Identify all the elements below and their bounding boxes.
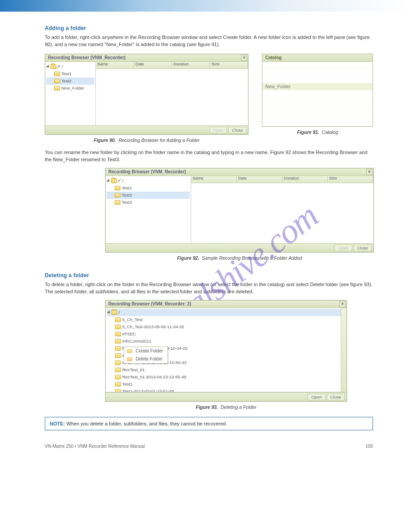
open-button[interactable]: Open xyxy=(210,127,227,133)
note-text: When you delete a folder, subfolders, an… xyxy=(66,421,227,426)
tree-item[interactable]: Test1 xyxy=(107,184,190,192)
folder-icon xyxy=(115,332,121,336)
catalog-row[interactable] xyxy=(262,112,372,119)
tree-item[interactable]: Test2 xyxy=(46,77,94,85)
close-icon[interactable]: × xyxy=(366,169,372,175)
list-header: Name Date Duration Size xyxy=(191,176,373,183)
close-button[interactable]: Close xyxy=(228,127,246,133)
folder-icon xyxy=(115,389,121,392)
catalog-row[interactable] xyxy=(262,90,372,98)
folder-icon xyxy=(115,339,121,343)
recording-browser-window: Recording Browser (VNM_Recorder: 2) × / … xyxy=(105,300,347,402)
folder-icon xyxy=(115,325,121,329)
tree-item[interactable]: IITSEC xyxy=(107,330,345,338)
ctx-delete-folder[interactable]: Delete Folder xyxy=(124,355,167,363)
disclosure-icon xyxy=(46,64,50,69)
tree-item[interactable]: Test3 xyxy=(107,199,190,206)
folder-icon xyxy=(115,382,121,386)
window-title: Recording Browser (VNM_Recorder) xyxy=(48,55,125,60)
catalog-row[interactable] xyxy=(262,98,372,105)
folder-icon xyxy=(115,186,120,190)
window-titlebar: Recording Browser (VNM_Recorder) × xyxy=(45,54,248,62)
note-box: NOTE: When you delete a folder, subfolde… xyxy=(45,417,373,430)
close-icon[interactable]: × xyxy=(339,301,346,307)
tree-item[interactable]: Test1 xyxy=(107,381,345,388)
section-title-add: Adding a folder xyxy=(45,25,373,31)
window-titlebar: Recording Browser (VNM_Recorder: 2) × xyxy=(106,300,347,308)
folder-icon xyxy=(115,368,121,372)
tree-pane-full: / 5_Ch_Test 5_Ch_Test-2013-05-06-11-34-3… xyxy=(106,308,347,392)
folder-icon xyxy=(115,200,120,205)
list-pane: Name Date Duration Size xyxy=(191,176,373,243)
tree-item[interactable]: New_Folder xyxy=(46,85,94,92)
figure-caption: Figure 93. Deleting a Folder xyxy=(105,404,347,410)
catalog-row[interactable]: New_Folder xyxy=(262,83,372,90)
disclosure-icon xyxy=(107,179,111,183)
list-header: Name Date Duration Size xyxy=(96,62,248,69)
window-footer: Open Close xyxy=(106,392,347,401)
tree-item[interactable]: Test1-2013-03-01-15-51-58 xyxy=(107,388,345,392)
tree-pane: / Test1 Test2 Test3 xyxy=(106,176,191,243)
pencil-icon xyxy=(118,180,121,182)
folder-plus-icon xyxy=(127,349,132,353)
catalog-row[interactable] xyxy=(262,105,372,112)
figure-caption: Figure 90. Recording Browser for Adding … xyxy=(45,137,248,143)
tree-item[interactable]: InfoComm2011 xyxy=(107,338,345,345)
close-button[interactable]: Close xyxy=(327,394,345,400)
catalog-row[interactable] xyxy=(262,69,372,76)
tree-item[interactable]: 5_Ch_Test xyxy=(107,316,345,323)
folder-icon xyxy=(51,64,56,69)
tree-item[interactable]: RecTest_01 xyxy=(107,366,345,373)
folder-icon xyxy=(111,310,117,315)
close-button[interactable]: Close xyxy=(354,245,372,251)
para-rename: You can rename the new folder by clickin… xyxy=(45,149,373,163)
window-title: Recording Browser (VNM_Recorder) xyxy=(108,169,186,174)
catalog-panel: Catalog New_Folder xyxy=(262,54,373,127)
scrollbar[interactable] xyxy=(341,308,347,392)
tree-root[interactable]: / xyxy=(107,177,190,184)
folder-icon xyxy=(115,375,121,379)
window-footer: Open Close xyxy=(106,243,373,252)
tree-item[interactable]: RecTest_01-2013-04-23-13-55-49 xyxy=(107,373,345,381)
folder-icon xyxy=(115,317,121,322)
note-label: NOTE: xyxy=(50,421,65,426)
pencil-icon xyxy=(57,65,60,68)
footer-page: 106 xyxy=(365,444,373,449)
catalog-row[interactable] xyxy=(262,76,372,83)
tree-item[interactable]: Test1 xyxy=(46,70,94,77)
window-footer: Open Close xyxy=(45,125,248,134)
folder-icon xyxy=(54,86,60,90)
footer-left: VN-Matrix 250 • VNM Recorder Reference M… xyxy=(45,444,145,449)
folder-icon xyxy=(54,79,60,83)
window-titlebar: Recording Browser (VNM_Recorder) × xyxy=(106,168,373,176)
tree-pane: / Test1 Test2 New_Folder xyxy=(45,62,96,125)
window-title: Recording Browser (VNM_Recorder: 2) xyxy=(108,301,191,306)
close-icon[interactable]: × xyxy=(241,55,247,61)
page-top-bar xyxy=(0,0,411,12)
open-button[interactable]: Open xyxy=(308,394,325,400)
tree-root[interactable]: / xyxy=(107,309,345,316)
para-add: To add a folder, right-click anywhere in… xyxy=(45,34,373,48)
list-pane: Name Date Duration Size xyxy=(96,62,248,125)
catalog-row[interactable] xyxy=(262,119,372,126)
folder-icon xyxy=(115,360,121,365)
para-delete: To delete a folder, right-click on the f… xyxy=(45,281,373,296)
folder-minus-icon xyxy=(127,357,132,361)
figure-caption: Figure 91. Catalog xyxy=(262,129,373,135)
disclosure-icon xyxy=(107,310,111,314)
tree-item[interactable]: 5_Ch_Test-2013-05-06-11-34-32 xyxy=(107,323,345,330)
page-footer: VN-Matrix 250 • VNM Recorder Reference M… xyxy=(45,444,373,449)
figure-caption: Figure 92. Sample Recording Browser with… xyxy=(105,255,374,261)
section-title-delete: Deleting a folder xyxy=(45,272,373,279)
folder-icon xyxy=(115,193,120,197)
context-menu: Create Folder Delete Folder xyxy=(124,347,168,364)
catalog-row[interactable] xyxy=(262,62,372,69)
ctx-create-folder[interactable]: Create Folder xyxy=(124,347,167,355)
recording-browser-window: Recording Browser (VNM_Recorder) × / Tes… xyxy=(105,168,374,253)
tree-item[interactable]: Test2 xyxy=(107,192,190,199)
folder-icon xyxy=(111,179,117,183)
open-button[interactable]: Open xyxy=(334,245,352,251)
tree-root[interactable]: / xyxy=(46,63,94,70)
recording-browser-window: Recording Browser (VNM_Recorder) × / xyxy=(45,54,248,135)
folder-icon xyxy=(115,346,121,351)
